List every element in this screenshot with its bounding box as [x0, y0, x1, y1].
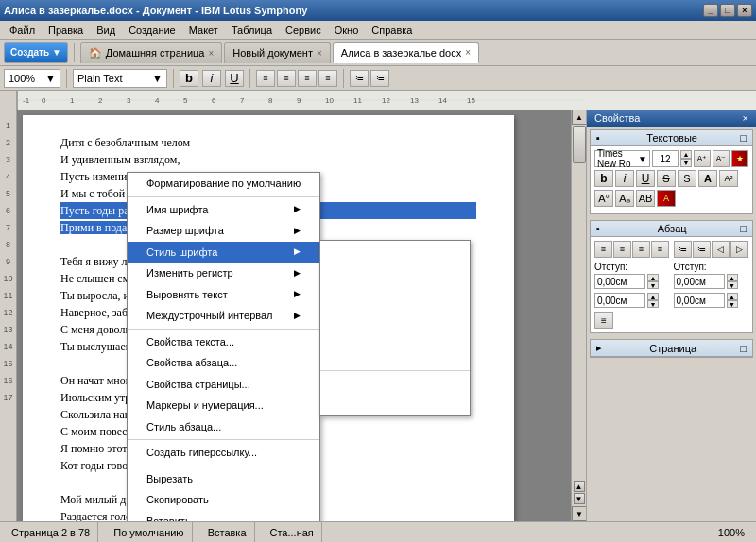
para-number-button[interactable]: ≔ — [693, 241, 711, 258]
menu-window[interactable]: Окно — [329, 23, 365, 38]
ctx-default-format[interactable]: Форматирование по умолчанию — [128, 173, 319, 195]
menu-table[interactable]: Таблица — [226, 23, 278, 38]
text-superscript-button[interactable]: A² — [719, 170, 738, 187]
ctx-para-props[interactable]: Свойства абзаца... — [128, 352, 319, 374]
submenu-bold[interactable]: Полужирный — [320, 241, 470, 263]
submenu-subscript[interactable]: Нижний индекс — [320, 394, 470, 415]
text-bold-button[interactable]: b — [594, 170, 613, 187]
text-color2-button[interactable]: A — [657, 190, 676, 207]
para-align-justify[interactable]: ≡ — [651, 241, 669, 258]
submenu-structure[interactable]: Структура — [320, 347, 470, 368]
para-align-center[interactable]: ≡ — [613, 241, 631, 258]
bold-button[interactable]: b — [180, 70, 198, 87]
submenu-superscript[interactable]: Верхний индекс — [320, 373, 470, 395]
scroll-track[interactable] — [572, 125, 586, 479]
text-case-button[interactable]: Aₐ — [615, 190, 634, 207]
para-indent-more-button[interactable]: ▷ — [730, 241, 748, 258]
scroll-extra-down[interactable]: ▼ — [574, 493, 585, 504]
side-panel-close-icon[interactable]: × — [743, 112, 748, 124]
text-underline-button[interactable]: U — [636, 170, 655, 187]
font-name-combo[interactable]: Times New Ro ▼ — [594, 150, 650, 167]
close-button[interactable]: × — [737, 4, 752, 17]
ctx-font-name[interactable]: Имя шрифта ▶ — [128, 199, 319, 221]
submenu-italic[interactable]: Курсив — [320, 262, 470, 283]
create-button[interactable]: Создать ▼ — [4, 42, 68, 63]
section-para-collapse-icon[interactable]: ▪ — [596, 223, 600, 234]
para-indent-less-button[interactable]: ◁ — [712, 241, 730, 258]
minimize-button[interactable]: _ — [703, 4, 718, 17]
ctx-text-props[interactable]: Свойства текста... — [128, 331, 319, 353]
italic-button[interactable]: i — [202, 70, 221, 87]
ctx-hyperlink[interactable]: Создать гиперссылку... — [128, 442, 319, 464]
tab-home-close[interactable]: × — [208, 48, 214, 59]
maximize-button[interactable]: □ — [720, 4, 735, 17]
menu-help[interactable]: Справка — [366, 23, 418, 38]
ctx-align-text[interactable]: Выровнять текст ▶ — [128, 284, 319, 306]
font-size-field[interactable]: 12 — [652, 150, 679, 167]
spacing-top-up-button[interactable]: ▲ — [647, 293, 659, 300]
section-para-expand-icon[interactable]: □ — [740, 223, 747, 234]
ctx-page-props[interactable]: Свойства страницы... — [128, 374, 319, 396]
align-center-button[interactable]: ≡ — [277, 70, 296, 87]
tab-home[interactable]: 🏠 Домашняя страница × — [80, 42, 223, 63]
line-spacing-icon[interactable]: ≡ — [594, 312, 613, 329]
section-text-collapse-icon[interactable]: ▪ — [596, 132, 600, 144]
font-size-up-button[interactable]: ▲ — [680, 150, 692, 159]
indent-right-up-button[interactable]: ▲ — [727, 274, 738, 281]
spacing-bottom-up-button[interactable]: ▲ — [727, 293, 738, 300]
submenu-underline[interactable]: Подчеркивание — [320, 283, 470, 305]
spacing-top-down-button[interactable]: ▼ — [647, 300, 659, 308]
menu-view[interactable]: Вид — [91, 23, 121, 38]
indent-right-field[interactable]: 0,00см — [674, 274, 725, 289]
scroll-extra-up[interactable]: ▲ — [574, 481, 585, 492]
indent-right-down-button[interactable]: ▼ — [727, 281, 738, 289]
ctx-line-spacing[interactable]: Междустрочный интервал ▶ — [128, 305, 319, 327]
text-italic-button[interactable]: i — [615, 170, 634, 187]
text-spacing-button[interactable]: AB — [636, 190, 655, 207]
para-align-right[interactable]: ≡ — [632, 241, 650, 258]
ctx-paste[interactable]: Вставить — [128, 511, 319, 522]
menu-file[interactable]: Файл — [4, 23, 41, 38]
ctx-font-size[interactable]: Размер шрифта ▶ — [128, 220, 319, 242]
spacing-bottom-field[interactable]: 0,00см — [674, 293, 725, 308]
indent-left-down-button[interactable]: ▼ — [647, 281, 659, 289]
tab-new-doc[interactable]: Новый документ × — [224, 42, 331, 63]
menu-edit[interactable]: Правка — [43, 23, 89, 38]
tab-doc-close[interactable]: × — [465, 47, 471, 58]
style-combo[interactable]: Plain Text ▼ — [73, 69, 167, 88]
ctx-change-case[interactable]: Изменить регистр ▶ — [128, 263, 319, 284]
underline-button[interactable]: U — [225, 70, 244, 87]
ctx-para-style[interactable]: Стиль абзаца... — [128, 416, 319, 438]
ctx-copy[interactable]: Скопировать — [128, 489, 319, 511]
menu-layout[interactable]: Макет — [183, 23, 224, 38]
scroll-thumb[interactable] — [573, 126, 586, 163]
submenu-shadow[interactable]: Тень — [320, 326, 470, 347]
font-color-button[interactable]: ★ — [731, 150, 748, 167]
ctx-font-style[interactable]: Стиль шрифта ▶ Полужирный Курсив Подчерк… — [128, 242, 319, 263]
align-right-button[interactable]: ≡ — [298, 70, 317, 87]
menu-service[interactable]: Сервис — [280, 23, 327, 38]
scrollbar-vertical[interactable]: ▲ ▲ ▼ ▼ — [571, 110, 586, 521]
text-outline-button[interactable]: A — [698, 170, 717, 187]
font-smaller-button[interactable]: A⁻ — [713, 150, 730, 167]
align-left-button[interactable]: ≡ — [256, 70, 275, 87]
section-text-expand-icon[interactable]: □ — [740, 132, 747, 144]
ctx-numbering[interactable]: Маркеры и нумерация... — [128, 395, 319, 416]
para-align-left[interactable]: ≡ — [594, 241, 612, 258]
ctx-cut[interactable]: Вырезать — [128, 468, 319, 490]
doc-page[interactable]: Дитя с безоблачным челом И удивленным вз… — [23, 115, 514, 521]
section-page-header[interactable]: ▸ Страница □ — [591, 340, 752, 357]
section-page-open-icon[interactable]: □ — [740, 343, 747, 354]
indent-left-field[interactable]: 0,00см — [594, 274, 645, 289]
para-bullet-button[interactable]: ≔ — [674, 241, 692, 258]
spacing-bottom-down-button[interactable]: ▼ — [727, 300, 738, 308]
menu-create[interactable]: Создание — [123, 23, 181, 38]
scroll-down-button[interactable]: ▼ — [572, 506, 586, 521]
font-larger-button[interactable]: A⁺ — [694, 150, 711, 167]
bullet-list-button[interactable]: ≔ — [350, 70, 369, 87]
tab-doc[interactable]: Алиса в зазеркалье.docx × — [333, 42, 479, 63]
submenu-strikethrough[interactable]: Зачеркивание — [320, 304, 470, 326]
zoom-combo[interactable]: 100% ▼ — [4, 69, 60, 88]
text-shadow-button[interactable]: S — [678, 170, 696, 187]
tab-new-doc-close[interactable]: × — [317, 48, 322, 59]
